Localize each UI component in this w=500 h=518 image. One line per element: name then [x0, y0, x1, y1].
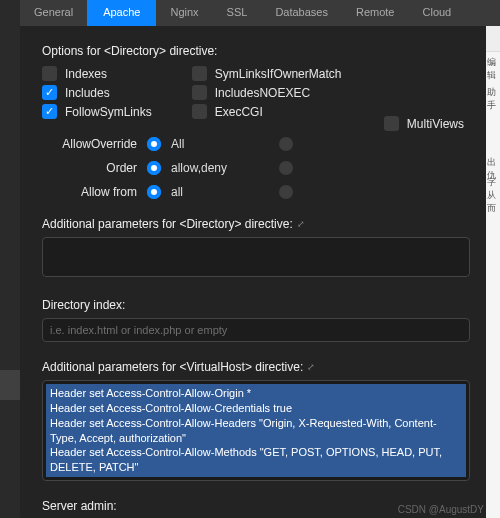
- checkbox-icon: [192, 66, 207, 81]
- directory-index-input[interactable]: [42, 318, 470, 342]
- addl-vhost-title: Additional parameters for <VirtualHost> …: [42, 360, 303, 374]
- radio-allowoverride-on[interactable]: [147, 137, 161, 151]
- checkbox-label: Indexes: [65, 67, 107, 81]
- server-admin-title: Server admin:: [42, 499, 117, 513]
- background-window-peek: 助手 编辑 出仇 字从而: [486, 26, 500, 518]
- checkbox-icon: [384, 116, 399, 131]
- tab-databases[interactable]: Databases: [261, 0, 342, 26]
- directory-index-title: Directory index:: [42, 298, 125, 312]
- tab-nginx[interactable]: Nginx: [156, 0, 212, 26]
- allowfrom-value: all: [171, 185, 241, 199]
- checkbox-label: MultiViews: [407, 117, 464, 131]
- tab-general[interactable]: General: [20, 0, 87, 26]
- directory-options-title: Options for <Directory> directive:: [42, 44, 470, 58]
- check-icon: ✓: [42, 85, 57, 100]
- checkbox-indexes[interactable]: Indexes: [42, 66, 152, 81]
- checkbox-followsymlinks[interactable]: ✓FollowSymLinks: [42, 104, 152, 119]
- radio-allowfrom-on[interactable]: [147, 185, 161, 199]
- checkbox-multiviews[interactable]: MultiViews: [384, 116, 464, 131]
- checkbox-label: SymLinksIfOwnerMatch: [215, 67, 342, 81]
- checkbox-icon: [42, 66, 57, 81]
- tab-apache[interactable]: Apache: [87, 0, 156, 26]
- addl-vhost-selected-text: Header set Access-Control-Allow-Origin *…: [46, 384, 466, 477]
- radio-allowfrom-off[interactable]: [279, 185, 293, 199]
- checkbox-label: FollowSymLinks: [65, 105, 152, 119]
- addl-vhost-input[interactable]: Header set Access-Control-Allow-Origin *…: [42, 380, 470, 481]
- radio-order-on[interactable]: [147, 161, 161, 175]
- apache-panel: Options for <Directory> directive: Index…: [20, 26, 486, 518]
- checkbox-icon: [192, 85, 207, 100]
- allowfrom-label: Allow from: [42, 185, 137, 199]
- tab-cloud[interactable]: Cloud: [409, 0, 466, 26]
- checkbox-label: Includes: [65, 86, 110, 100]
- tabbar: General Apache Nginx SSL Databases Remot…: [20, 0, 500, 26]
- radio-order-off[interactable]: [279, 161, 293, 175]
- checkbox-icon: [192, 104, 207, 119]
- checkbox-execcgi[interactable]: ExecCGI: [192, 104, 342, 119]
- checkbox-includesnoexec[interactable]: IncludesNOEXEC: [192, 85, 342, 100]
- addl-directory-title: Additional parameters for <Directory> di…: [42, 217, 293, 231]
- watermark: CSDN @AugustDY: [398, 504, 484, 515]
- order-value: allow,deny: [171, 161, 241, 175]
- tab-remote[interactable]: Remote: [342, 0, 409, 26]
- allowoverride-label: AllowOverride: [42, 137, 137, 151]
- radio-allowoverride-off[interactable]: [279, 137, 293, 151]
- checkbox-label: ExecCGI: [215, 105, 263, 119]
- checkbox-includes[interactable]: ✓Includes: [42, 85, 152, 100]
- left-sidebar-strip: [0, 0, 20, 518]
- allowoverride-value: All: [171, 137, 241, 151]
- expand-icon[interactable]: ⤢: [307, 362, 315, 372]
- checkbox-symlinksifownermatch[interactable]: SymLinksIfOwnerMatch: [192, 66, 342, 81]
- order-label: Order: [42, 161, 137, 175]
- expand-icon[interactable]: ⤢: [297, 219, 305, 229]
- tab-ssl[interactable]: SSL: [213, 0, 262, 26]
- checkbox-label: IncludesNOEXEC: [215, 86, 310, 100]
- addl-directory-input[interactable]: [42, 237, 470, 277]
- check-icon: ✓: [42, 104, 57, 119]
